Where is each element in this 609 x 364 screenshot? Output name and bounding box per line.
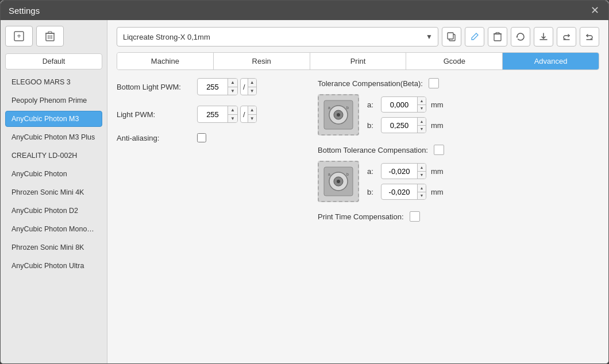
- svg-text:a: a: [328, 172, 330, 176]
- anti-aliasing-row: Anti-aliasing:: [117, 133, 300, 142]
- tolerance-b-input[interactable]: [381, 118, 417, 133]
- light-pwm-row: Light PWM: ▲ ▼ /: [117, 106, 300, 123]
- bottom-tolerance-a-input[interactable]: [381, 164, 417, 179]
- window-title: Settings: [9, 6, 40, 16]
- bottom-tolerance-a-mm: mm: [431, 167, 444, 176]
- tolerance-a-row: a: ▲ ▼ mm: [367, 96, 444, 113]
- sidebar-item-anycubic-photon-mono-4h[interactable]: AnyCubic Photon Mono 4H: [5, 221, 102, 237]
- anti-aliasing-label: Anti-aliasing:: [117, 134, 191, 142]
- bottom-tolerance-a-label: a:: [367, 167, 376, 176]
- sidebar-item-phrozen-sonic-mini-8k[interactable]: Phrozen Sonic Mini 8K: [5, 239, 102, 255]
- bottom-tolerance-a-row: a: ▲ ▼ mm: [367, 163, 444, 179]
- bottom-light-pwm-input-group: ▲ ▼ / ▲ ▼: [197, 78, 257, 95]
- sidebar-item-peopoly-phenom-prime[interactable]: Peopoly Phenom Prime: [5, 92, 102, 109]
- slash-label: /: [241, 83, 248, 91]
- profile-dropdown[interactable]: Liqcreate Strong-X 0,1mm: [117, 27, 438, 47]
- tolerance-b-row: b: ▲ ▼ mm: [367, 117, 444, 133]
- sidebar-item-default[interactable]: Default: [5, 53, 102, 69]
- tolerance-a-mm: mm: [431, 100, 444, 109]
- sidebar: + Default ELEGOO MARS 3 Peopoly Phenom P…: [1, 20, 107, 363]
- copy-profile-button[interactable]: [442, 27, 461, 47]
- sidebar-item-anycubic-photon[interactable]: AnyCubic Photon: [5, 166, 102, 182]
- delete-profile-toolbar-button[interactable]: [488, 27, 507, 47]
- svg-rect-12: [496, 33, 499, 34]
- bottom-light-pwm-input[interactable]: [198, 79, 228, 95]
- bottom-tolerance-a-down[interactable]: ▼: [418, 172, 426, 179]
- slash-arrows: ▲ ▼: [248, 79, 256, 95]
- light-pwm-up[interactable]: ▲: [228, 106, 237, 115]
- light-pwm-slash-down[interactable]: ▼: [248, 115, 256, 123]
- svg-text:+: +: [17, 32, 21, 40]
- import-button[interactable]: [580, 27, 599, 47]
- svg-text:b: b: [346, 172, 349, 176]
- bottom-tolerance-fields: a: ▲ ▼ mm: [367, 163, 444, 200]
- tolerance-a-arrows: ▲ ▼: [417, 97, 426, 112]
- download-button[interactable]: [534, 27, 553, 47]
- bottom-light-pwm-down[interactable]: ▼: [228, 87, 237, 95]
- print-time-compensation-label: Print Time Compensation:: [318, 212, 404, 221]
- light-pwm-down[interactable]: ▼: [228, 115, 237, 123]
- refresh-button[interactable]: [511, 27, 530, 47]
- light-pwm-spinner: ▲ ▼: [197, 106, 238, 123]
- bottom-light-pwm-up[interactable]: ▲: [228, 79, 237, 87]
- bottom-tolerance-b-mm: mm: [431, 188, 444, 196]
- light-pwm-slash-up[interactable]: ▲: [248, 106, 256, 115]
- add-profile-button[interactable]: +: [5, 26, 33, 47]
- bottom-tolerance-body: a b a: ▲: [318, 161, 599, 202]
- content-area: + Default ELEGOO MARS 3 Peopoly Phenom P…: [1, 20, 608, 363]
- tolerance-compensation-body: a b a: ▲: [318, 94, 599, 135]
- close-button[interactable]: ✕: [589, 5, 600, 16]
- bottom-tolerance-label: Bottom Tolerance Compensation:: [318, 146, 428, 154]
- tolerance-b-arrows: ▲ ▼: [417, 118, 426, 133]
- tolerance-fields-1: a: ▲ ▼ mm: [367, 96, 444, 133]
- bottom-tolerance-checkbox[interactable]: [434, 145, 444, 155]
- tolerance-compensation-header: Tolerance Compensation(Beta):: [318, 78, 599, 88]
- bottom-tolerance-b-up[interactable]: ▲: [418, 184, 426, 192]
- sidebar-item-elegoo-mars-3[interactable]: ELEGOO MARS 3: [5, 74, 102, 90]
- print-time-compensation-checkbox[interactable]: [410, 211, 420, 222]
- bottom-tolerance-section: Bottom Tolerance Compensation: a: [318, 145, 599, 202]
- tolerance-compensation-checkbox[interactable]: [429, 78, 439, 88]
- title-bar: Settings ✕: [1, 1, 608, 20]
- sidebar-item-anycubic-photon-d2[interactable]: AnyCubic Photon D2: [5, 203, 102, 219]
- tab-resin[interactable]: Resin: [214, 53, 310, 69]
- svg-point-16: [337, 113, 340, 117]
- bottom-tolerance-b-spinner: ▲ ▼: [381, 184, 426, 200]
- main-area: Liqcreate Strong-X 0,1mm ▼: [107, 20, 608, 363]
- edit-profile-button[interactable]: [465, 27, 484, 47]
- sidebar-item-creality-ld-002h[interactable]: CREALITY LD-002H: [5, 148, 102, 164]
- bottom-tolerance-b-input[interactable]: [381, 184, 417, 199]
- svg-text:a: a: [328, 106, 330, 110]
- anti-aliasing-checkbox[interactable]: [197, 133, 206, 142]
- tolerance-a-down[interactable]: ▼: [418, 105, 426, 113]
- tabs: Machine Resin Print Gcode Advanced: [117, 52, 599, 70]
- light-pwm-input[interactable]: [198, 106, 228, 122]
- slash-down[interactable]: ▼: [248, 87, 256, 95]
- tolerance-compensation-section: Tolerance Compensation(Beta): a: [318, 78, 599, 135]
- sidebar-item-anycubic-photon-m3[interactable]: AnyCubic Photon M3: [5, 111, 102, 127]
- sidebar-item-anycubic-photon-m3-plus[interactable]: AnyCubic Photon M3 Plus: [5, 129, 102, 145]
- export-button[interactable]: [557, 27, 576, 47]
- slash-up[interactable]: ▲: [248, 79, 256, 87]
- tolerance-b-mm: mm: [431, 121, 444, 130]
- bottom-tolerance-b-label: b:: [367, 188, 376, 196]
- tab-machine[interactable]: Machine: [117, 53, 214, 69]
- tolerance-a-input[interactable]: [381, 97, 417, 112]
- tolerance-a-spinner: ▲ ▼: [381, 96, 426, 113]
- tolerance-b-down[interactable]: ▼: [418, 126, 426, 133]
- tolerance-b-up[interactable]: ▲: [418, 118, 426, 126]
- profile-dropdown-wrapper: Liqcreate Strong-X 0,1mm ▼: [117, 27, 438, 47]
- tab-advanced[interactable]: Advanced: [503, 53, 599, 69]
- tab-gcode[interactable]: Gcode: [406, 53, 503, 69]
- sidebar-item-phrozen-sonic-mini-4k[interactable]: Phrozen Sonic Mini 4K: [5, 184, 102, 200]
- bottom-light-pwm-spinner: ▲ ▼: [197, 78, 238, 95]
- tolerance-compensation-label: Tolerance Compensation(Beta):: [318, 79, 423, 88]
- tolerance-a-up[interactable]: ▲: [418, 97, 426, 105]
- profile-bar: Liqcreate Strong-X 0,1mm ▼: [117, 27, 599, 47]
- sidebar-item-anycubic-photon-ultra[interactable]: AnyCubic Photon Ultra: [5, 258, 102, 274]
- bottom-tolerance-b-down[interactable]: ▼: [418, 192, 426, 200]
- bottom-tolerance-b-row: b: ▲ ▼ mm: [367, 184, 444, 200]
- tab-print[interactable]: Print: [310, 53, 407, 69]
- bottom-tolerance-a-up[interactable]: ▲: [418, 164, 426, 172]
- delete-profile-button[interactable]: [36, 26, 64, 47]
